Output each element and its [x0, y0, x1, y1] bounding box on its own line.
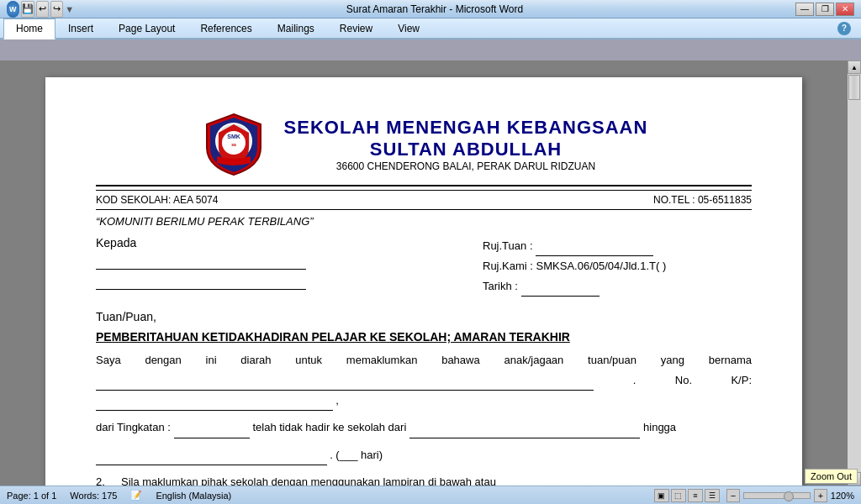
school-motto: “KOMUNITI BERILMU PERAK TERBILANG” [96, 215, 752, 228]
outline-btn[interactable]: ☰ [705, 489, 720, 502]
body2-cont: telah tidak hadir ke sekolah dari [252, 421, 406, 433]
scroll-up-button[interactable]: ▲ [848, 60, 861, 74]
document-page: SMK sa SEKOLAH MENENGAH KEBANGSAAN SULTA… [45, 77, 802, 486]
hingga-field[interactable] [96, 445, 327, 465]
close-button[interactable]: ✕ [836, 3, 854, 16]
ruj-kami-label: Ruj.Kami : [483, 260, 533, 272]
nama-field[interactable] [96, 370, 594, 391]
print-layout-btn[interactable]: ▣ [654, 489, 669, 502]
redo-quick-btn[interactable]: ↪ [50, 1, 63, 18]
numbered-paragraph-2: 2. Sila maklumkan pihak sekolah dengan m… [96, 472, 752, 486]
school-logo: SMK sa [200, 111, 267, 178]
zoom-out-tooltip: Zoom Out [805, 469, 858, 484]
refs-section: Kepada Ruj.Tuan : Ruj.Kami : SMKSA.06/05… [96, 236, 752, 297]
body3-days: . (___ hari) [330, 449, 383, 461]
kp-field[interactable] [96, 391, 333, 411]
undo-quick-btn[interactable]: ↩ [36, 1, 49, 18]
svg-text:SMK: SMK [227, 134, 240, 139]
ruj-tuan-label: Ruj.Tuan : [483, 239, 533, 252]
school-name-line1: SEKOLAH MENENGAH KEBANGSAAN [284, 117, 648, 139]
title-bar-text: Surat Amaran Terakhir - Microsoft Word [74, 3, 795, 15]
office-logo: W [7, 1, 19, 18]
tab-view[interactable]: View [385, 18, 432, 38]
body2-end: hingga [643, 421, 676, 433]
letter-subject: PEMBERITAHUAN KETIDAKHADIRAN PELAJAR KE … [96, 330, 752, 344]
tarikh-row: Tarikh : [483, 276, 752, 297]
view-buttons: ▣ ⬚ ≡ ☰ [654, 489, 720, 502]
tab-insert[interactable]: Insert [55, 18, 106, 38]
ribbon-tabs: Home Insert Page Layout References Maili… [0, 18, 861, 38]
word-count: Words: 175 [70, 491, 117, 501]
vertical-scrollbar[interactable]: ▲ ▼ [848, 60, 861, 486]
tingkatan-field[interactable] [174, 417, 250, 438]
body-paragraph-2: dari Tingkatan : telah tidak hadir ke se… [96, 417, 752, 438]
header-divider-thick [96, 185, 752, 186]
body-paragraph-1: Saya dengan ini diarah untuk memaklumkan… [96, 350, 752, 411]
school-info-row: KOD SEKOLAH: AEA 5074 NO.TEL : 05-651183… [96, 194, 752, 206]
zoom-in-button[interactable]: + [814, 489, 827, 502]
title-bar: W 💾 ↩ ↪ ▼ Surat Amaran Terakhir - Micros… [0, 0, 861, 18]
tab-references[interactable]: References [188, 18, 264, 38]
kepada-field-2[interactable] [96, 275, 306, 290]
zoom-thumb[interactable] [784, 491, 794, 501]
para2-text: Sila maklumkan pihak sekolah dengan meng… [121, 472, 496, 486]
ruj-kami-value: SMKSA.06/05/04/Jld.1.T( ) [536, 260, 667, 272]
body-paragraph-3: . (___ hari) [96, 445, 752, 465]
zoom-out-button[interactable]: − [726, 489, 740, 502]
zoom-slider[interactable] [743, 492, 811, 499]
zoom-level: 120% [831, 491, 854, 501]
help-icon[interactable]: ? [837, 18, 858, 38]
ruj-kami-row: Ruj.Kami : SMKSA.06/05/04/Jld.1.T( ) [483, 256, 752, 276]
tab-mailings[interactable]: Mailings [265, 18, 327, 38]
minimize-button[interactable]: — [795, 3, 814, 16]
spell-check-icon[interactable]: 📝 [130, 490, 142, 501]
header-divider-thin [96, 190, 752, 191]
scroll-track [848, 74, 861, 472]
language: English (Malaysia) [156, 491, 231, 501]
refs-right: Ruj.Tuan : Ruj.Kami : SMKSA.06/05/04/Jld… [483, 236, 752, 297]
title-bar-controls: — ❐ ✕ [795, 3, 854, 16]
tarikh-colon: : [515, 280, 518, 292]
status-right: ▣ ⬚ ≡ ☰ − + 120% [654, 489, 854, 502]
tab-home[interactable]: Home [3, 18, 55, 39]
restore-button[interactable]: ❐ [816, 3, 834, 16]
salutation: Tuan/Puan, [96, 310, 752, 323]
tarikh-label: Tarikh [483, 280, 512, 292]
kepada-section: Kepada [96, 236, 483, 297]
kepada-field-1[interactable] [96, 255, 306, 270]
svg-text:sa: sa [231, 142, 236, 147]
kod-sekolah: KOD SEKOLAH: AEA 5074 [96, 194, 218, 206]
save-quick-btn[interactable]: 💾 [21, 1, 34, 18]
para2-num: 2. [96, 472, 121, 486]
kepada-label: Kepada [96, 236, 483, 249]
school-header: SMK sa SEKOLAH MENENGAH KEBANGSAAN SULTA… [96, 111, 752, 178]
page-count: Page: 1 of 1 [7, 491, 56, 501]
dropdown-arrow[interactable]: ▼ [65, 4, 74, 14]
no-tel: NO.TEL : 05-6511835 [653, 194, 752, 206]
tab-review[interactable]: Review [327, 18, 385, 38]
body2-text: dari Tingkatan : [96, 421, 171, 433]
school-name-line2: SULTAN ABDULLAH [284, 139, 648, 160]
info-divider [96, 209, 752, 210]
status-bar: Page: 1 of 1 Words: 175 📝 English (Malay… [0, 486, 861, 504]
ribbon: Home Insert Page Layout References Maili… [0, 18, 861, 39]
school-name-block: SEKOLAH MENENGAH KEBANGSAAN SULTAN ABDUL… [284, 117, 648, 172]
tarikh-value[interactable] [521, 276, 600, 297]
tab-page-layout[interactable]: Page Layout [106, 18, 188, 38]
dari-tarikh-field[interactable] [409, 417, 641, 438]
status-left: Page: 1 of 1 Words: 175 📝 English (Malay… [7, 490, 231, 501]
scroll-thumb[interactable] [848, 75, 860, 100]
web-layout-btn[interactable]: ≡ [688, 489, 703, 502]
body1-cont: . No. K/P: [633, 374, 752, 386]
ruj-tuan-value[interactable] [536, 236, 653, 256]
school-address: 36600 CHENDERONG BALAI, PERAK DARUL RIDZ… [284, 160, 648, 172]
ruj-tuan-row: Ruj.Tuan : [483, 236, 752, 256]
body1-text: Saya dengan ini diarah untuk memaklumkan… [96, 354, 752, 366]
full-screen-btn[interactable]: ⬚ [671, 489, 686, 502]
zoom-section: − + 120% [726, 489, 854, 502]
document-area: SMK sa SEKOLAH MENENGAH KEBANGSAAN SULTA… [0, 60, 848, 486]
